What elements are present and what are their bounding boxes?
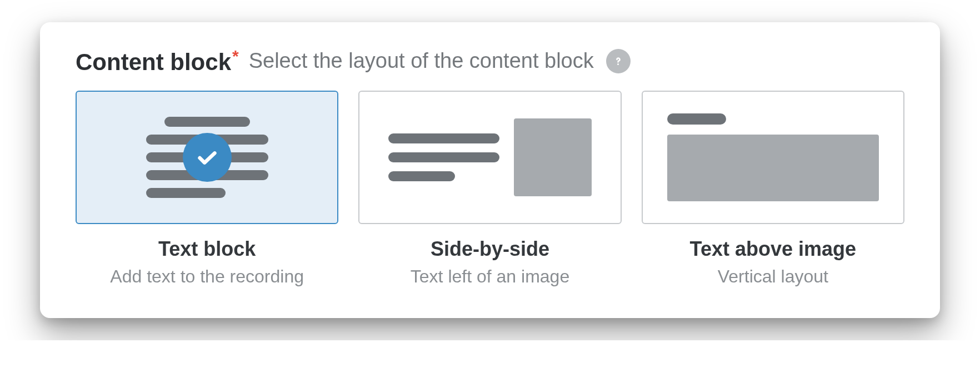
selected-check-icon bbox=[183, 133, 232, 182]
option-title-side-by-side: Side-by-side bbox=[431, 237, 549, 261]
option-title-text-above-image: Text above image bbox=[690, 237, 856, 261]
option-desc-text-block: Add text to the recording bbox=[110, 266, 304, 287]
panel-header: Content block* Select the layout of the … bbox=[76, 47, 904, 75]
option-desc-text-above-image: Vertical layout bbox=[718, 266, 828, 287]
option-text-above-image[interactable]: Text above image Vertical layout bbox=[642, 91, 904, 287]
content-block-panel: Content block* Select the layout of the … bbox=[40, 22, 940, 318]
text-above-image-illustration bbox=[663, 113, 883, 201]
option-card-side-by-side[interactable] bbox=[358, 91, 621, 224]
panel-subtitle: Select the layout of the content block bbox=[249, 49, 594, 73]
option-card-text-block[interactable] bbox=[76, 91, 338, 224]
panel-title: Content block* bbox=[76, 47, 239, 75]
required-asterisk: * bbox=[232, 47, 239, 65]
side-by-side-illustration bbox=[379, 118, 600, 196]
option-title-text-block: Text block bbox=[158, 237, 256, 261]
svg-point-0 bbox=[617, 63, 619, 65]
title-text: Content block bbox=[76, 49, 231, 75]
option-text-block[interactable]: Text block Add text to the recording bbox=[76, 91, 338, 287]
layout-options: Text block Add text to the recording Sid… bbox=[76, 91, 904, 287]
option-card-text-above-image[interactable] bbox=[642, 91, 904, 224]
help-icon[interactable] bbox=[606, 49, 631, 73]
option-desc-side-by-side: Text left of an image bbox=[411, 266, 569, 287]
option-side-by-side[interactable]: Side-by-side Text left of an image bbox=[358, 91, 621, 287]
text-block-illustration bbox=[146, 117, 268, 198]
